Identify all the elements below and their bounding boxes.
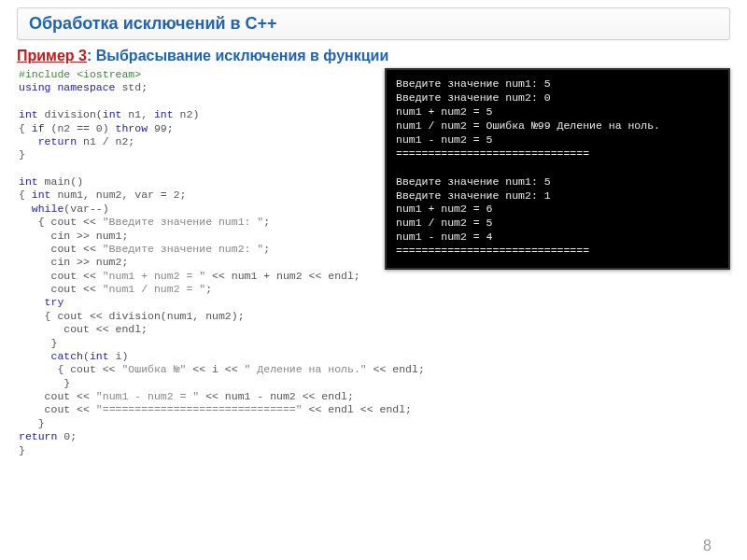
example-sep: : bbox=[87, 48, 96, 63]
example-label: Пример 3 bbox=[17, 48, 87, 63]
content-area: #include <iostream> using namespace std;… bbox=[17, 68, 730, 457]
subtitle: Пример 3: Выбрасывание исключения в функ… bbox=[17, 48, 730, 64]
slide-title: Обработка исключений в С++ bbox=[29, 14, 277, 33]
title-bar: Обработка исключений в С++ bbox=[17, 7, 730, 40]
example-desc: Выбрасывание исключения в функции bbox=[96, 48, 388, 63]
console-text: Введите значение num1: 5 Введите значени… bbox=[396, 77, 719, 259]
page-number: 8 bbox=[703, 538, 712, 554]
console-output: Введите значение num1: 5 Введите значени… bbox=[385, 68, 730, 270]
slide: Обработка исключений в С++ Пример 3: Выб… bbox=[0, 7, 747, 560]
